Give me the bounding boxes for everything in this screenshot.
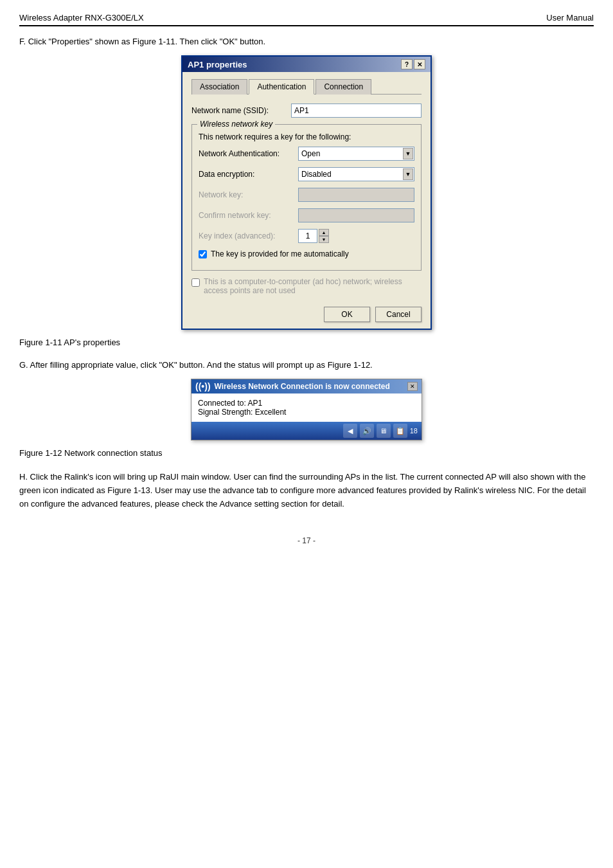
dialog-title: AP1 properties [188, 60, 247, 69]
data-enc-select[interactable]: Disabled WEP TKIP AES [298, 167, 414, 181]
network-name-input[interactable] [291, 104, 422, 118]
network-auth-select[interactable]: Open Shared WPA WPA-PSK [298, 147, 414, 161]
network-name-row: Network name (SSID): [191, 104, 422, 118]
dialog-content: Association Authentication Connection Ne… [182, 72, 431, 303]
tab-association[interactable]: Association [191, 79, 247, 95]
close-button[interactable]: ✕ [414, 59, 425, 69]
adhoc-row: This is a computer-to-computer (ad hoc) … [191, 277, 422, 295]
notif-title: Wireless Network Connection is now conne… [215, 382, 390, 391]
help-button[interactable]: ? [401, 59, 413, 69]
confirm-key-row: Confirm network key: [199, 208, 414, 222]
tab-connection[interactable]: Connection [315, 79, 371, 95]
network-auth-row: Network Authentication: Open Shared WPA … [199, 147, 414, 161]
data-enc-label: Data encryption: [199, 170, 298, 179]
page-number: - 17 - [19, 536, 594, 545]
key-index-row: Key index (advanced): ▲ ▼ [199, 229, 414, 243]
taskbar-icon-4: 📋 [393, 424, 407, 438]
header-product-bold: Wireless Adapter [19, 13, 82, 23]
dialog-titlebar: AP1 properties ? ✕ [182, 57, 431, 72]
notif-wrapper: ((•)) Wireless Network Connection is now… [19, 379, 594, 440]
network-auth-select-wrapper: Open Shared WPA WPA-PSK ▼ [298, 147, 414, 161]
titlebar-buttons: ? ✕ [401, 59, 425, 69]
notif-connected-to: Connected to: AP1 [198, 399, 415, 408]
spinner-buttons: ▲ ▼ [319, 229, 329, 243]
notif-footer: ◀ 🔊 🖥 📋 18 [191, 422, 422, 440]
figure-1-11-caption: Figure 1-11 AP's properties [19, 338, 594, 347]
notif-header: ((•)) Wireless Network Connection is now… [191, 379, 422, 393]
wireless-key-group: Wireless network key This network requir… [191, 124, 422, 271]
notif-signal: Signal Strength: Excellent [198, 408, 415, 417]
spinner-down-button[interactable]: ▼ [319, 236, 329, 243]
auto-key-row: The key is provided for me automatically [199, 249, 414, 258]
ap1-properties-dialog: AP1 properties ? ✕ Association Authentic… [181, 55, 432, 330]
tab-authentication[interactable]: Authentication [249, 79, 314, 95]
taskbar-time: 18 [410, 427, 418, 435]
notif-title-area: ((•)) Wireless Network Connection is now… [195, 381, 390, 392]
taskbar-icon-1: ◀ [343, 424, 357, 438]
cancel-button[interactable]: Cancel [375, 307, 422, 322]
dialog-wrapper: AP1 properties ? ✕ Association Authentic… [19, 55, 594, 330]
taskbar-icon-2: 🔊 [360, 424, 374, 438]
adhoc-label: This is a computer-to-computer (ad hoc) … [204, 277, 422, 295]
header-product-normal: RNX-G300E/LX [82, 13, 143, 23]
step-g-instruction: G. After filling appropriate value, clic… [19, 360, 594, 370]
spinner-up-button[interactable]: ▲ [319, 229, 329, 236]
dialog-footer: OK Cancel [182, 303, 431, 329]
page-header: Wireless Adapter RNX-G300E/LX User Manua… [19, 13, 594, 26]
data-enc-select-wrapper: Disabled WEP TKIP AES ▼ [298, 167, 414, 181]
network-key-input [298, 188, 414, 202]
key-index-input [298, 229, 317, 243]
key-index-label: Key index (advanced): [199, 231, 298, 240]
wifi-icon: ((•)) [195, 381, 211, 392]
adhoc-checkbox[interactable] [191, 278, 200, 287]
confirm-key-label: Confirm network key: [199, 211, 298, 220]
ok-button[interactable]: OK [324, 307, 370, 322]
notif-close-button[interactable]: ✕ [407, 382, 418, 391]
taskbar-icon-3: 🖥 [377, 424, 391, 438]
step-f-instruction: F. Click "Properties" shown as Figure 1-… [19, 37, 594, 46]
network-key-label: Network key: [199, 190, 298, 199]
group-desc: This network requires a key for the foll… [199, 132, 414, 141]
notif-box: ((•)) Wireless Network Connection is now… [191, 379, 422, 440]
figure-1-12-caption: Figure 1-12 Network connection status [19, 448, 594, 458]
header-left: Wireless Adapter RNX-G300E/LX [19, 13, 144, 23]
auto-key-label: The key is provided for me automatically [211, 249, 349, 258]
step-h-text: H. Click the Ralink's icon will bring up… [19, 471, 594, 511]
network-key-row: Network key: [199, 188, 414, 202]
group-content: This network requires a key for the foll… [199, 132, 414, 258]
key-index-spinner: ▲ ▼ [298, 229, 329, 243]
network-auth-label: Network Authentication: [199, 149, 298, 158]
network-name-label: Network name (SSID): [191, 106, 291, 115]
header-right: User Manual [546, 13, 594, 23]
auto-key-checkbox[interactable] [199, 250, 207, 258]
confirm-key-input [298, 208, 414, 222]
data-enc-row: Data encryption: Disabled WEP TKIP AES ▼ [199, 167, 414, 181]
tab-bar: Association Authentication Connection [191, 78, 422, 95]
group-title: Wireless network key [197, 120, 275, 129]
notif-body: Connected to: AP1 Signal Strength: Excel… [191, 393, 422, 422]
